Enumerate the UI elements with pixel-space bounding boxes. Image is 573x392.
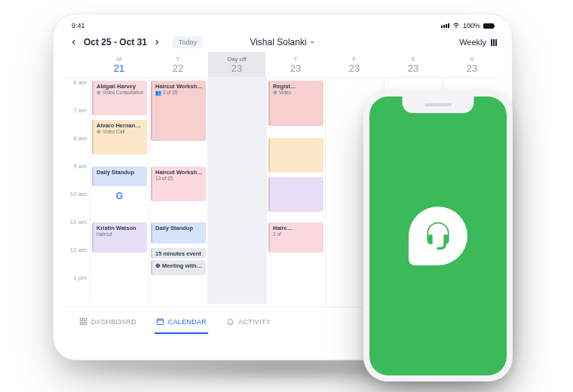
prev-week-button[interactable]: [69, 37, 79, 47]
bell-icon: [226, 317, 234, 326]
user-dropdown[interactable]: Vishal Solanki: [250, 37, 315, 47]
svg-rect-1: [84, 318, 86, 320]
day-header-row: M21 T22 Day off23 T23 F23 S23 S23: [64, 52, 501, 78]
status-time: 9:41: [72, 22, 85, 29]
nav-activity[interactable]: ACTIVITY: [220, 313, 277, 330]
day-header[interactable]: M21: [90, 52, 149, 77]
hour-gutter: 6 am 7 am 8 am 9 am 10 am 11 am 12 am 1 …: [64, 78, 90, 304]
day-column-thu[interactable]: Regist…⊕ Video Hairc…3 of: [266, 78, 325, 304]
svg-rect-4: [157, 319, 163, 324]
calendar-event[interactable]: [268, 177, 323, 212]
calendar-event[interactable]: Kristin WatsonHaircut: [92, 222, 147, 253]
calendar-event[interactable]: [268, 138, 323, 173]
calendar-topbar: Oct 25 - Oct 31 Today Vishal Solanki Wee…: [64, 32, 501, 52]
current-user: Vishal Solanki: [250, 37, 306, 47]
app-logo: [409, 207, 467, 265]
day-header[interactable]: T22: [149, 52, 207, 77]
calendar-icon: [156, 317, 164, 326]
day-header[interactable]: S23: [384, 52, 443, 77]
day-header[interactable]: S23: [443, 52, 501, 77]
day-header[interactable]: T23: [266, 52, 325, 77]
battery-pct: 100%: [463, 22, 480, 29]
dashboard-icon: [79, 317, 87, 326]
phone-device: [363, 90, 513, 381]
calendar-event[interactable]: 15 minutes event: [151, 248, 206, 259]
calendar-event[interactable]: Haircut Workshops13 of 25: [151, 167, 206, 201]
nav-calendar[interactable]: CALENDAR: [150, 313, 213, 330]
calendar-event[interactable]: Daily Standup: [92, 167, 147, 186]
svg-rect-3: [84, 322, 86, 324]
view-mode-button[interactable]: Weekly: [459, 38, 486, 47]
battery-icon: [483, 23, 494, 29]
view-columns-icon[interactable]: [491, 39, 497, 46]
wifi-icon: [452, 21, 460, 30]
chevron-down-icon: [310, 39, 316, 45]
headset-icon: [421, 219, 455, 253]
calendar-event[interactable]: Abigail Harvey⊕ Video Consultation: [92, 81, 147, 115]
day-column-wed-off: [207, 78, 266, 304]
day-column-mon[interactable]: Abigail Harvey⊕ Video Consultation Alvar…: [90, 78, 149, 304]
svg-rect-0: [80, 318, 82, 320]
calendar-event[interactable]: Alvaro Hernandez⊕ Video Call: [92, 120, 147, 155]
day-header-off[interactable]: Day off23: [208, 52, 265, 77]
calendar-event[interactable]: Regist…⊕ Video: [268, 81, 323, 126]
day-column-tue[interactable]: Haircut Workshops👥 3 of 25 Haircut Works…: [149, 78, 207, 304]
phone-screen: [369, 96, 507, 375]
calendar-event[interactable]: ⊕ Meeting with Jo…: [151, 260, 206, 275]
calendar-event[interactable]: Hairc…3 of: [268, 222, 323, 253]
today-button[interactable]: Today: [173, 36, 203, 48]
google-logo-icon: G: [116, 191, 123, 201]
signal-icon: [441, 23, 449, 28]
calendar-event[interactable]: Daily Standup: [151, 222, 206, 243]
status-bar: 9:41 100%: [64, 22, 501, 32]
date-range[interactable]: Oct 25 - Oct 31: [84, 37, 147, 47]
next-week-button[interactable]: [152, 37, 162, 47]
day-header[interactable]: F23: [325, 52, 384, 77]
svg-rect-2: [80, 322, 82, 324]
calendar-event[interactable]: Haircut Workshops👥 3 of 25: [151, 81, 206, 141]
nav-dashboard[interactable]: DASHBOARD: [73, 313, 142, 330]
